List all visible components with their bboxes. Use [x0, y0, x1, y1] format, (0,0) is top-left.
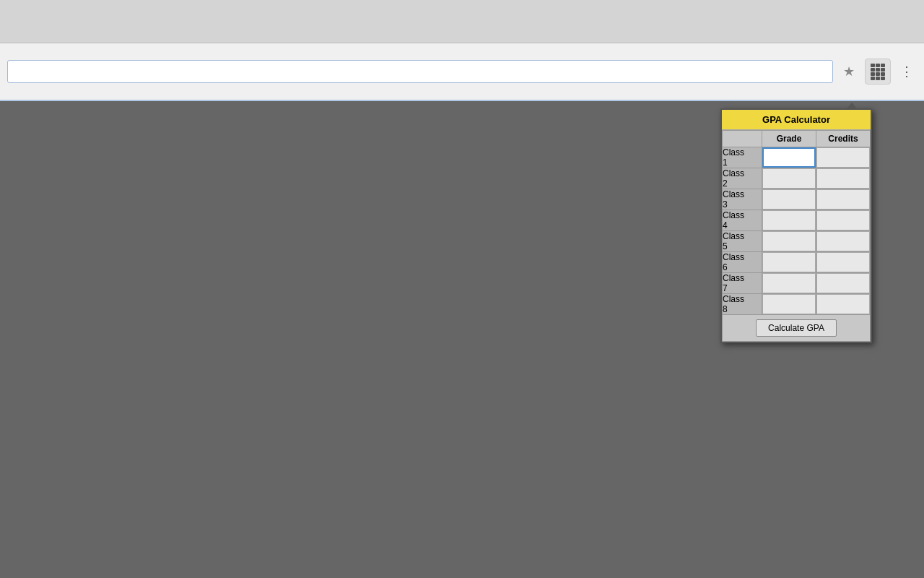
grade-input-5[interactable]	[762, 231, 816, 251]
class-label-5: Class5	[723, 231, 762, 252]
credits-cell-7	[816, 273, 871, 294]
grade-input-7[interactable]	[762, 273, 816, 293]
menu-dots-icon: ⋮	[900, 64, 913, 79]
calculate-button-row: Calculate GPA	[723, 315, 871, 342]
credits-cell-3	[816, 189, 871, 210]
grade-input-3[interactable]	[762, 189, 816, 210]
credits-input-7[interactable]	[816, 273, 870, 293]
browser-tab-bar	[0, 0, 924, 43]
credits-cell-6	[816, 252, 871, 273]
class-label-8: Class8	[723, 294, 762, 315]
grade-cell-3	[762, 189, 816, 210]
grade-input-4[interactable]	[762, 210, 816, 230]
gpa-table: Grade Credits Class1 Class2	[722, 130, 871, 342]
table-header-row: Grade Credits	[723, 131, 871, 147]
class-label-2: Class2	[723, 168, 762, 189]
table-row: Class5	[723, 231, 871, 252]
browser-menu-button[interactable]: ⋮	[897, 61, 917, 82]
table-row: Class8	[723, 294, 871, 315]
grade-cell-6	[762, 252, 816, 273]
calculate-gpa-button[interactable]: Calculate GPA	[756, 319, 837, 337]
table-row: Class4	[723, 210, 871, 231]
calculator-icon	[869, 62, 886, 82]
grade-cell-2	[762, 168, 816, 189]
credits-cell-8	[816, 294, 871, 315]
table-row: Class2	[723, 168, 871, 189]
browser-toolbar: ★ ⋮	[0, 43, 924, 101]
main-content-area: GPA Calculator Grade Credits Class1 C	[0, 101, 924, 564]
table-row: Class6	[723, 252, 871, 273]
class-label-3: Class3	[723, 189, 762, 210]
grade-cell-8	[762, 294, 816, 315]
table-row: Class3	[723, 189, 871, 210]
grade-cell-7	[762, 273, 816, 294]
class-label-4: Class4	[723, 210, 762, 231]
calculate-button-cell: Calculate GPA	[723, 315, 871, 342]
grade-cell-1	[762, 147, 816, 168]
table-row: Class1	[723, 147, 871, 168]
gpa-calculator-popup: GPA Calculator Grade Credits Class1 C	[720, 108, 872, 343]
credits-cell-5	[816, 231, 871, 252]
credits-input-1[interactable]	[816, 147, 870, 168]
credits-cell-1	[816, 147, 871, 168]
class-label-6: Class6	[723, 252, 762, 273]
gpa-popup-title: GPA Calculator	[722, 110, 871, 130]
grade-input-6[interactable]	[762, 252, 816, 272]
credits-cell-4	[816, 210, 871, 231]
grade-input-1[interactable]	[762, 147, 816, 168]
credits-input-2[interactable]	[816, 168, 870, 189]
credits-input-6[interactable]	[816, 252, 870, 272]
credits-input-3[interactable]	[816, 189, 870, 210]
calculator-extension-button[interactable]	[865, 59, 891, 85]
credits-input-8[interactable]	[816, 294, 870, 314]
class-label-1: Class1	[723, 147, 762, 168]
class-label-7: Class7	[723, 273, 762, 294]
grade-input-2[interactable]	[762, 168, 816, 189]
credits-cell-2	[816, 168, 871, 189]
grade-cell-4	[762, 210, 816, 231]
bookmark-button[interactable]: ★	[839, 61, 859, 82]
header-credits-col: Credits	[816, 131, 871, 147]
table-row: Class7	[723, 273, 871, 294]
grade-input-8[interactable]	[762, 294, 816, 314]
grade-cell-5	[762, 231, 816, 252]
header-grade-col: Grade	[762, 131, 816, 147]
star-icon: ★	[843, 64, 855, 79]
credits-input-4[interactable]	[816, 210, 870, 230]
credits-input-5[interactable]	[816, 231, 870, 251]
address-bar[interactable]	[7, 60, 833, 83]
header-class-col	[723, 131, 762, 147]
